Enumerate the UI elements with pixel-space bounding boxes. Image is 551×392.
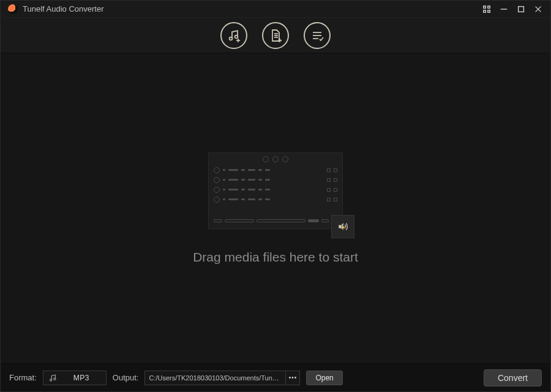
minimize-icon [500, 5, 508, 13]
list-options-button[interactable] [304, 22, 331, 49]
illus-dot-icon [282, 156, 288, 162]
illus-dot-icon [272, 156, 279, 162]
menu-grid-icon [482, 5, 491, 13]
titlebar: Tunelf Audio Converter [1, 1, 550, 18]
add-music-button[interactable] [220, 22, 247, 49]
svg-rect-1 [488, 6, 490, 8]
svg-rect-3 [488, 10, 490, 12]
add-file-button[interactable] [262, 22, 289, 49]
app-window: Tunelf Audio Converter [0, 0, 551, 392]
drop-zone[interactable]: Drag media files here to start [1, 53, 550, 363]
maximize-icon [517, 5, 525, 13]
output-path-group: ••• [144, 371, 300, 385]
maximize-button[interactable] [512, 1, 530, 18]
output-label: Output: [113, 373, 139, 382]
app-title: Tunelf Audio Converter [23, 4, 103, 13]
drop-text: Drag media files here to start [193, 250, 358, 265]
close-button[interactable] [530, 1, 547, 18]
toolbar [1, 18, 550, 53]
format-value: MP3 [62, 374, 101, 382]
file-plus-icon [268, 28, 283, 43]
minimize-button[interactable] [495, 1, 512, 18]
output-path-input[interactable] [144, 371, 285, 385]
music-note-icon [48, 374, 57, 382]
close-icon [534, 5, 542, 13]
cursor-icon [340, 224, 348, 235]
format-selector[interactable]: MP3 [43, 371, 107, 385]
svg-point-20 [50, 379, 51, 380]
app-logo-icon [8, 4, 18, 14]
svg-rect-0 [484, 6, 486, 8]
menu-button[interactable] [478, 1, 495, 18]
illus-dot-icon [263, 156, 269, 162]
convert-button[interactable]: Convert [484, 369, 542, 386]
svg-rect-2 [484, 10, 486, 12]
svg-rect-5 [519, 6, 524, 12]
list-check-icon [310, 28, 324, 43]
music-plus-icon [227, 28, 241, 43]
open-output-button[interactable]: Open [306, 371, 342, 385]
browse-output-button[interactable]: ••• [285, 371, 300, 385]
svg-point-9 [235, 35, 238, 38]
format-label: Format: [9, 373, 37, 382]
svg-point-21 [54, 378, 56, 380]
bottom-bar: Format: MP3 Output: ••• Open Convert [1, 363, 550, 391]
svg-point-8 [230, 37, 233, 40]
illustration-mixer [208, 153, 343, 229]
